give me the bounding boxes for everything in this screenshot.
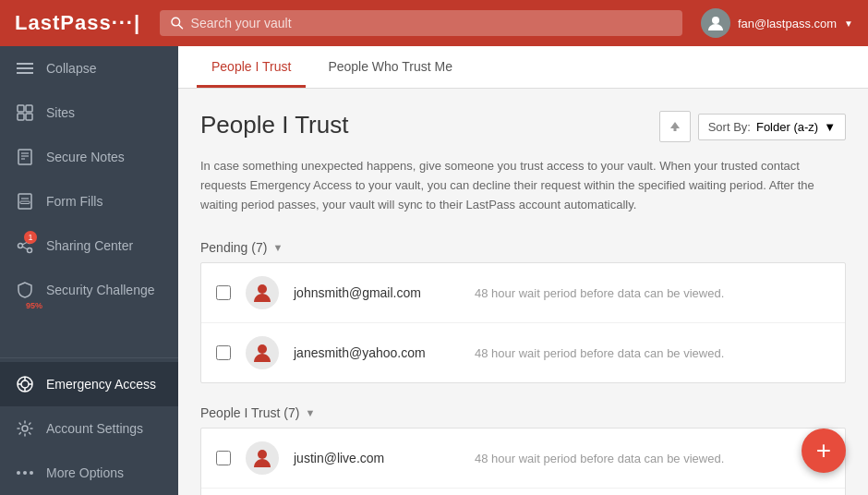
svg-rect-7 — [26, 105, 32, 112]
svg-marker-32 — [670, 122, 680, 128]
svg-point-31 — [30, 471, 33, 475]
row-wait-period: 48 hour wait period before data can be v… — [475, 452, 724, 465]
search-icon — [171, 17, 183, 30]
tabs: People I Trust People Who Trust Me — [178, 46, 868, 89]
svg-point-29 — [17, 471, 20, 475]
row-wait-period: 48 hour wait period before data can be v… — [475, 286, 724, 300]
row-checkbox[interactable] — [216, 285, 231, 300]
add-button[interactable]: + — [802, 429, 846, 473]
svg-point-19 — [28, 248, 32, 253]
svg-line-1 — [179, 25, 183, 29]
sort-caret-icon: ▼ — [824, 120, 836, 134]
svg-point-18 — [18, 244, 23, 248]
secure-notes-icon — [15, 147, 35, 167]
collapse-icon — [15, 58, 35, 78]
sidebar-item-emergency-access[interactable]: Emergency Access — [0, 362, 178, 406]
main-layout: Collapse Sites — [0, 46, 868, 495]
section-pending: Pending (7) ▼ johnsmith@gmail.com — [200, 233, 846, 383]
trust-table: justin@live.com 48 hour wait period befo… — [200, 428, 846, 495]
svg-point-30 — [23, 471, 27, 475]
emergency-access-icon — [15, 374, 35, 394]
table-row: justin@live.com 48 hour wait period befo… — [201, 429, 845, 489]
sidebar-label-more-options: More Options — [46, 465, 124, 480]
page-title: People I Trust — [200, 111, 348, 139]
row-avatar — [246, 276, 279, 309]
table-row: kathy@gmail.com 48 hour wait period befo… — [201, 489, 845, 495]
sidebar-label-form-fills: Form Fills — [46, 194, 102, 209]
user-avatar — [701, 8, 730, 38]
upload-button[interactable] — [659, 111, 691, 142]
svg-rect-8 — [18, 114, 24, 120]
table-row: janesmith@yahoo.com 48 hour wait period … — [201, 323, 845, 382]
sort-value: Folder (a-z) — [756, 120, 818, 134]
security-challenge-icon — [15, 280, 35, 300]
sidebar-label-account-settings: Account Settings — [46, 421, 143, 436]
sort-control: Sort By: Folder (a-z) ▼ — [659, 111, 846, 142]
svg-point-35 — [258, 344, 267, 354]
row-checkbox[interactable] — [216, 345, 231, 360]
svg-rect-33 — [673, 128, 676, 131]
tab-people-i-trust[interactable]: People I Trust — [197, 46, 306, 88]
user-menu[interactable]: fan@lastpass.com ▼ — [701, 8, 853, 38]
section-trust-caret-icon: ▼ — [305, 407, 315, 418]
sidebar-label-secure-notes: Secure Notes — [46, 150, 125, 164]
sidebar-label-security-challenge: Security Challenge — [46, 283, 155, 297]
sidebar-label-sites: Sites — [46, 105, 75, 120]
search-bar[interactable] — [160, 10, 682, 36]
content-area: People I Trust People Who Trust Me Peopl… — [178, 46, 868, 495]
page-content: People I Trust Sort By: Folder (a-z) ▼ — [178, 89, 868, 495]
logo-text: LastPass — [15, 11, 112, 35]
more-options-icon — [15, 463, 35, 483]
logo-dots: ···| — [112, 11, 142, 35]
section-pending-header[interactable]: Pending (7) ▼ — [200, 233, 846, 262]
page-description: In case something unexpected happens, gi… — [200, 157, 846, 214]
tab-people-who-trust-me[interactable]: People Who Trust Me — [313, 46, 467, 88]
row-checkbox[interactable] — [216, 451, 231, 465]
sidebar-item-collapse[interactable]: Collapse — [0, 46, 178, 91]
section-trust-label: People I Trust (7) — [200, 405, 299, 420]
page-header: People I Trust Sort By: Folder (a-z) ▼ — [200, 111, 846, 142]
sidebar-label-emergency-access: Emergency Access — [46, 377, 156, 392]
sidebar: Collapse Sites — [0, 46, 178, 495]
svg-point-34 — [258, 284, 267, 294]
form-fills-icon — [15, 191, 35, 211]
section-people-i-trust: People I Trust (7) ▼ justin@live.co — [200, 398, 846, 495]
sidebar-item-secure-notes[interactable]: Secure Notes — [0, 135, 178, 179]
section-pending-caret-icon: ▼ — [272, 242, 283, 253]
sort-dropdown[interactable]: Sort By: Folder (a-z) ▼ — [698, 114, 846, 140]
row-avatar — [246, 336, 279, 369]
sidebar-label-collapse: Collapse — [46, 61, 96, 76]
sharing-badge: 1 — [24, 231, 37, 244]
svg-point-23 — [21, 380, 29, 388]
svg-rect-10 — [18, 150, 31, 164]
logo: LastPass···| — [15, 11, 141, 35]
user-email: fan@lastpass.com — [738, 17, 837, 30]
sidebar-item-sharing-center[interactable]: 1 Sharing Center — [0, 223, 178, 268]
svg-point-36 — [258, 450, 267, 459]
security-percent-badge: 95% — [26, 301, 42, 310]
sort-by-label: Sort By: — [708, 120, 751, 134]
topbar: LastPass···| fan@lastpass.com ▼ — [0, 0, 868, 46]
user-caret-icon: ▼ — [844, 18, 853, 29]
account-settings-icon — [15, 418, 35, 439]
sidebar-item-sites[interactable]: Sites — [0, 91, 178, 135]
svg-line-20 — [22, 247, 28, 249]
row-wait-period: 48 hour wait period before data can be v… — [475, 346, 724, 360]
svg-rect-6 — [18, 105, 24, 112]
table-row: johnsmith@gmail.com 48 hour wait period … — [201, 263, 845, 323]
sidebar-item-account-settings[interactable]: Account Settings — [0, 406, 178, 451]
section-trust-header[interactable]: People I Trust (7) ▼ — [200, 398, 846, 428]
sidebar-label-sharing-center: Sharing Center — [46, 238, 133, 253]
sidebar-item-security-challenge[interactable]: 95% Security Challenge — [0, 268, 178, 312]
svg-rect-9 — [26, 114, 32, 120]
svg-point-28 — [22, 426, 28, 431]
search-input[interactable] — [191, 16, 671, 30]
row-email: johnsmith@gmail.com — [294, 285, 460, 300]
svg-rect-16 — [20, 201, 30, 204]
svg-point-2 — [712, 17, 719, 24]
sidebar-item-form-fills[interactable]: Form Fills — [0, 179, 178, 223]
sidebar-item-more-options[interactable]: More Options — [0, 451, 178, 495]
sites-icon — [15, 103, 35, 123]
section-pending-label: Pending (7) — [200, 240, 267, 255]
pending-table: johnsmith@gmail.com 48 hour wait period … — [200, 262, 846, 383]
